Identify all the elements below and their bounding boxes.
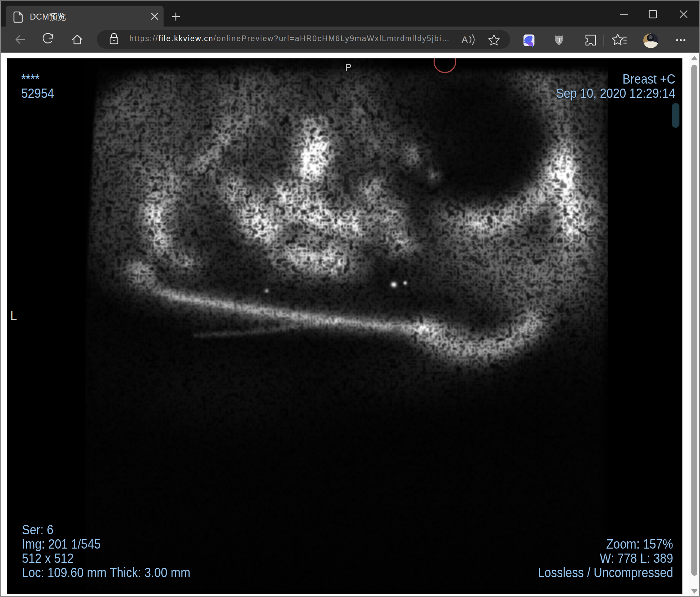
svg-text:T: T <box>557 36 562 44</box>
svg-text:A: A <box>461 34 468 45</box>
